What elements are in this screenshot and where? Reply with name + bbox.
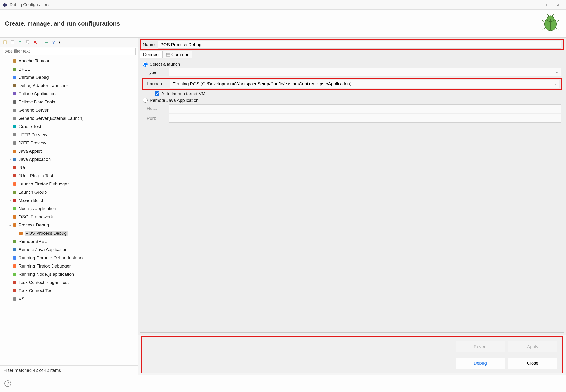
svg-rect-26 — [13, 100, 16, 104]
svg-rect-50 — [13, 297, 16, 301]
tree-item-label: Launch Firefox Debugger — [18, 182, 69, 187]
tree-item[interactable]: OSGi Framework — [2, 213, 136, 221]
tree-item[interactable]: Node.js application — [2, 204, 136, 213]
tree-item[interactable]: Launch Firefox Debugger — [2, 180, 136, 188]
tree-item-label: Running Firefox Debugger — [18, 264, 71, 269]
tree-item[interactable]: Task Context Test — [2, 286, 136, 295]
tree-item[interactable]: XSL — [2, 295, 136, 303]
tree-item[interactable]: ⌄Process Debug — [2, 221, 136, 229]
tree-item[interactable]: Generic Server — [2, 106, 136, 114]
duplicate-icon[interactable] — [25, 39, 31, 45]
expander-icon[interactable]: › — [8, 59, 13, 63]
auto-launch-row[interactable]: Auto launch target VM — [155, 91, 561, 96]
svg-rect-39 — [13, 207, 16, 210]
config-type-icon — [13, 223, 17, 227]
tab-common[interactable]: Common — [163, 51, 193, 58]
tree-item[interactable]: Running Chrome Debug Instance — [2, 254, 136, 262]
launch-row-highlight: Launch Training POS (C:/Development/Work… — [142, 78, 562, 90]
tree-item[interactable]: Remote Java Application — [2, 245, 136, 254]
apply-button[interactable]: Apply — [508, 341, 557, 352]
maximize-button[interactable]: □ — [542, 2, 553, 8]
config-tree[interactable]: ›Apache TomcatBPELChrome DebugDebug Adap… — [0, 56, 138, 365]
launch-select[interactable]: Training POS (C:/Development/WorkspaceSe… — [170, 80, 559, 88]
minimize-button[interactable]: — — [532, 2, 542, 8]
radio-remote-java[interactable]: Remote Java Application — [143, 98, 561, 103]
svg-rect-33 — [13, 158, 16, 161]
sidebar-toolbar: + P ▾ — [0, 38, 138, 47]
tree-item[interactable]: J2EE Preview — [2, 139, 136, 147]
svg-rect-42 — [19, 232, 23, 235]
tree-item[interactable]: Generic Server(External Launch) — [2, 114, 136, 122]
expander-icon[interactable]: › — [8, 199, 13, 202]
config-type-icon — [13, 83, 17, 88]
debug-button[interactable]: Debug — [455, 358, 505, 369]
tree-item[interactable]: Gradle Test — [2, 122, 136, 131]
close-window-button[interactable]: ✕ — [553, 2, 564, 8]
filter-icon[interactable] — [51, 39, 57, 45]
svg-rect-38 — [13, 199, 16, 202]
delete-icon[interactable] — [32, 39, 38, 45]
new-config-icon[interactable]: + — [2, 39, 8, 45]
tree-item-label: HTTP Preview — [18, 132, 47, 137]
collapse-all-icon[interactable] — [43, 39, 49, 45]
tree-item[interactable]: BPEL — [2, 65, 136, 73]
tree-item[interactable]: ›Apache Tomcat — [2, 57, 136, 65]
config-type-icon — [13, 91, 17, 96]
tree-item[interactable]: Running Node.js application — [2, 270, 136, 278]
name-input[interactable] — [158, 41, 561, 49]
tree-item[interactable]: Eclipse Application — [2, 90, 136, 98]
help-icon[interactable]: ? — [4, 380, 11, 387]
revert-button[interactable]: Revert — [455, 341, 505, 352]
tree-item-label: JUnit Plug-in Test — [18, 173, 53, 178]
radio-select-launch[interactable]: Select a launch — [143, 62, 561, 67]
svg-rect-19 — [44, 41, 48, 42]
tree-item-label: XSL — [18, 296, 27, 302]
tree-item-label: Generic Server — [18, 108, 49, 113]
config-type-icon — [13, 198, 17, 203]
tree-item[interactable]: Eclipse Data Tools — [2, 98, 136, 106]
filter-dropdown-icon[interactable]: ▾ — [58, 39, 61, 45]
tree-item[interactable]: Remote BPEL — [2, 237, 136, 245]
tree-item[interactable]: Launch Group — [2, 188, 136, 196]
auto-launch-checkbox[interactable] — [155, 91, 159, 96]
expander-icon[interactable]: › — [8, 158, 13, 161]
tree-item[interactable]: Java Applet — [2, 147, 136, 155]
common-tab-icon — [166, 53, 170, 56]
port-input — [169, 114, 561, 123]
tabs: Connect Common — [140, 51, 564, 58]
tab-connect[interactable]: Connect — [140, 51, 163, 58]
tree-item-label: Remote BPEL — [18, 239, 47, 244]
config-type-icon — [13, 288, 17, 293]
tree-item[interactable]: JUnit — [2, 163, 136, 172]
header-area: Create, manage, and run configurations — [0, 10, 566, 38]
tree-item[interactable]: HTTP Preview — [2, 131, 136, 139]
type-select[interactable] — [169, 68, 561, 76]
tree-item[interactable]: Running Firefox Debugger — [2, 262, 136, 270]
radio-remote-input[interactable] — [143, 98, 148, 103]
config-type-icon — [13, 206, 17, 211]
config-type-icon — [13, 157, 17, 162]
radio-select-launch-input[interactable] — [143, 62, 148, 67]
new-prototype-icon[interactable]: P — [10, 39, 16, 45]
close-button[interactable]: Close — [508, 358, 557, 369]
svg-rect-41 — [13, 224, 16, 227]
filter-input[interactable] — [2, 48, 136, 55]
config-type-icon — [13, 297, 17, 301]
svg-rect-31 — [13, 141, 16, 145]
tree-item[interactable]: Debug Adapter Launcher — [2, 81, 136, 90]
config-type-icon — [13, 75, 17, 80]
tree-item-child[interactable]: POS Process Debug — [2, 229, 136, 237]
expander-icon[interactable]: ⌄ — [8, 224, 13, 227]
svg-rect-48 — [13, 281, 16, 284]
radio-select-launch-label: Select a launch — [150, 62, 180, 67]
tree-item[interactable]: ›Maven Build — [2, 196, 136, 204]
config-type-icon — [18, 231, 23, 236]
tree-item[interactable]: Task Context Plug-in Test — [2, 278, 136, 286]
tree-item-label: Debug Adapter Launcher — [18, 83, 68, 88]
config-type-icon — [13, 116, 17, 121]
svg-rect-23 — [13, 76, 16, 79]
tree-item[interactable]: Chrome Debug — [2, 73, 136, 81]
export-icon[interactable] — [17, 39, 23, 45]
tree-item[interactable]: JUnit Plug-in Test — [2, 172, 136, 180]
tree-item[interactable]: ›Java Application — [2, 155, 136, 163]
